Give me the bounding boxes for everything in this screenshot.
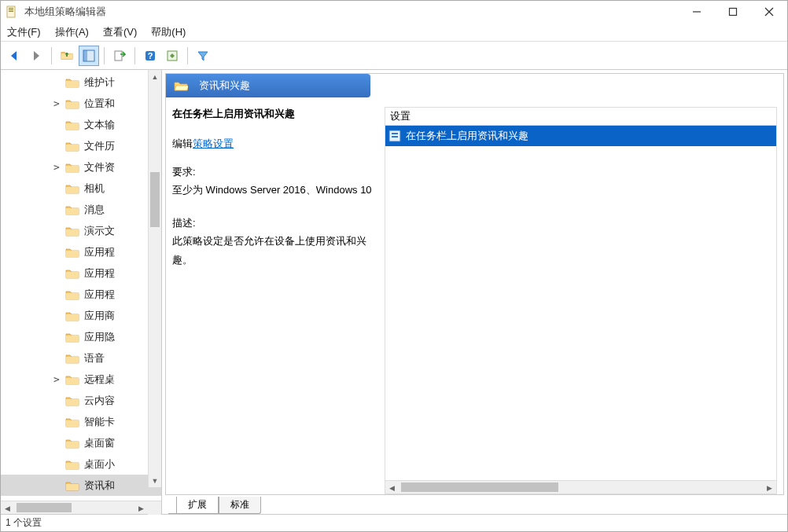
scroll-left-icon[interactable]: ◀ — [385, 482, 399, 495]
tree[interactable]: 维护计>位置和文本输文件历>文件资相机消息演示文应用程应用程应用程应用商应用隐语… — [1, 70, 161, 496]
tree-item[interactable]: >远程桌 — [1, 369, 161, 390]
tree-item[interactable]: 演示文 — [1, 220, 161, 241]
svg-rect-8 — [730, 9, 737, 16]
folder-icon — [65, 332, 79, 343]
tree-item[interactable]: >文件资 — [1, 156, 161, 178]
settings-list[interactable]: 在任务栏上启用资讯和兴趣 ◀ ▶ — [385, 126, 777, 494]
scroll-down-icon[interactable]: ▼ — [149, 474, 161, 487]
details-pane: 资讯和兴趣 在任务栏上启用资讯和兴趣 编辑策略设置 要求: 至少为 Window… — [162, 70, 787, 514]
tree-item[interactable]: 应用程 — [1, 241, 161, 262]
tree-vertical-scrollbar[interactable]: ▲ ▼ — [148, 70, 161, 487]
expander-icon[interactable]: > — [51, 161, 62, 173]
folder-icon — [65, 141, 79, 152]
folder-icon — [65, 268, 79, 279]
back-button[interactable] — [4, 46, 24, 66]
tree-item[interactable]: 桌面小 — [1, 453, 161, 475]
tree-item[interactable]: 维护计 — [1, 72, 161, 93]
show-hide-tree-button[interactable] — [79, 46, 99, 66]
tab-standard[interactable]: 标准 — [219, 497, 261, 514]
tree-item[interactable]: 应用商 — [1, 305, 161, 326]
edit-policy-link[interactable]: 策略设置 — [193, 138, 234, 149]
settings-item-label: 在任务栏上启用资讯和兴趣 — [406, 129, 528, 143]
settings-list-item[interactable]: 在任务栏上启用资讯和兴趣 — [385, 126, 776, 146]
folder-icon — [65, 162, 79, 173]
tree-item-label: 文本输 — [84, 118, 115, 132]
tree-item[interactable]: 文件历 — [1, 135, 161, 156]
tree-item[interactable]: 智能卡 — [1, 411, 161, 432]
scroll-thumb[interactable] — [401, 482, 558, 492]
settings-list-column: 设置 在任务栏上启用资讯和兴趣 ◀ ▶ — [385, 107, 777, 494]
window-title: 本地组策略编辑器 — [24, 5, 679, 19]
tree-item-label: 文件历 — [84, 139, 115, 153]
tree-item[interactable]: >位置和 — [1, 93, 161, 114]
filter-button[interactable] — [193, 46, 213, 66]
menu-file[interactable]: 文件(F) — [7, 25, 41, 39]
tree-item[interactable]: 应用程 — [1, 284, 161, 305]
tree-item[interactable]: 相机 — [1, 178, 161, 199]
export-button[interactable] — [109, 46, 130, 66]
view-tabs: 扩展 标准 — [165, 495, 784, 514]
details-header: 资讯和兴趣 — [166, 74, 370, 97]
properties-button[interactable] — [162, 46, 182, 66]
folder-icon — [65, 77, 79, 88]
folder-icon — [65, 183, 79, 194]
tree-item[interactable]: 资讯和 — [1, 475, 161, 496]
scroll-right-icon[interactable]: ▶ — [134, 501, 148, 515]
tree-item-label: 应用程 — [84, 245, 115, 259]
menu-bar: 文件(F) 操作(A) 查看(V) 帮助(H) — [1, 23, 787, 42]
requirements-label: 要求: — [172, 165, 375, 179]
status-text: 1 个设置 — [6, 516, 42, 530]
policy-setting-icon — [388, 130, 401, 142]
close-button[interactable] — [751, 1, 787, 23]
minimize-button[interactable] — [679, 1, 715, 23]
folder-icon — [65, 226, 79, 237]
tree-item[interactable]: 文本输 — [1, 114, 161, 135]
edit-prefix: 编辑 — [172, 138, 193, 149]
tree-item[interactable]: 消息 — [1, 199, 161, 220]
tree-item[interactable]: 应用程 — [1, 262, 161, 284]
tree-item[interactable]: 应用隐 — [1, 326, 161, 347]
scroll-thumb[interactable] — [150, 172, 160, 227]
expander-icon[interactable]: > — [51, 97, 62, 109]
tree-item-label: 文件资 — [84, 160, 115, 174]
details-header-title: 资讯和兴趣 — [199, 79, 250, 93]
folder-icon — [65, 98, 79, 109]
forward-button[interactable] — [26, 46, 46, 66]
tree-item-label: 智能卡 — [84, 415, 115, 429]
menu-view[interactable]: 查看(V) — [103, 25, 137, 39]
menu-help[interactable]: 帮助(H) — [151, 25, 186, 39]
folder-icon — [65, 438, 79, 449]
tree-horizontal-scrollbar[interactable]: ◀ ▶ — [1, 501, 161, 514]
help-button[interactable]: ? — [140, 46, 160, 66]
tree-item-label: 相机 — [84, 182, 105, 196]
list-horizontal-scrollbar[interactable]: ◀ ▶ — [385, 480, 776, 493]
scroll-thumb[interactable] — [17, 503, 72, 512]
tree-item-label: 位置和 — [84, 97, 115, 111]
tree-item-label: 远程桌 — [84, 372, 115, 387]
expander-icon[interactable]: > — [51, 373, 62, 385]
tree-item-label: 语音 — [84, 351, 105, 365]
folder-icon — [65, 204, 79, 215]
description-label: 描述: — [172, 216, 375, 230]
folder-icon — [65, 395, 79, 406]
scroll-up-icon[interactable]: ▲ — [149, 70, 161, 83]
tree-item-label: 应用商 — [84, 309, 115, 323]
tree-item[interactable]: 云内容 — [1, 390, 161, 411]
folder-icon — [65, 353, 79, 364]
tree-item-label: 应用隐 — [84, 330, 115, 344]
tree-item-label: 资讯和 — [84, 479, 115, 493]
title-bar: 本地组策略编辑器 — [1, 1, 787, 23]
maximize-button[interactable] — [715, 1, 751, 23]
scroll-left-icon[interactable]: ◀ — [1, 502, 14, 515]
folder-icon — [65, 289, 79, 300]
folder-icon — [65, 374, 79, 385]
tree-item[interactable]: 语音 — [1, 347, 161, 369]
menu-action[interactable]: 操作(A) — [55, 25, 89, 39]
tab-extended[interactable]: 扩展 — [176, 497, 219, 514]
settings-column-header[interactable]: 设置 — [385, 107, 777, 126]
tree-item[interactable]: 桌面窗 — [1, 432, 161, 453]
description-text: 此策略设定是否允许在设备上使用资讯和兴趣。 — [172, 232, 375, 269]
up-folder-button[interactable] — [57, 46, 77, 66]
scroll-right-icon[interactable]: ▶ — [763, 481, 776, 494]
tree-item-label: 云内容 — [84, 394, 115, 408]
